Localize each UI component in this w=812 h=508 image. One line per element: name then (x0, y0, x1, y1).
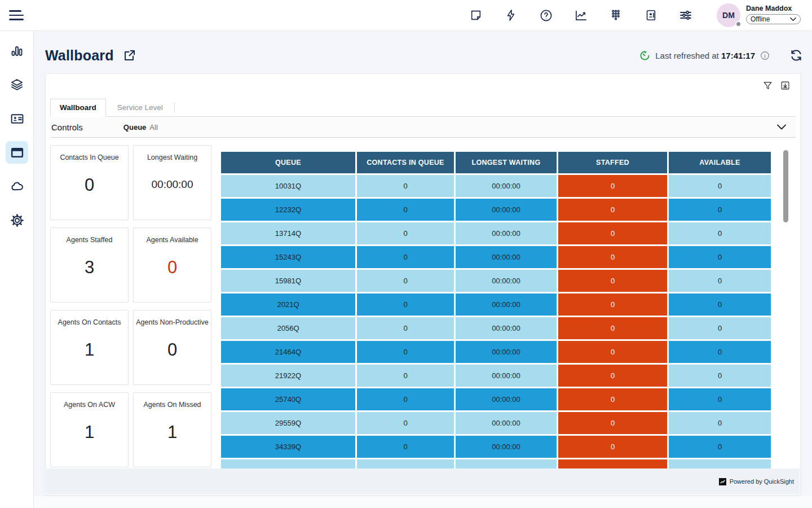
menu-icon[interactable] (9, 7, 25, 23)
tab-service-level[interactable]: Service Level (106, 99, 174, 116)
table-row: 12232Q000:00:0000 (221, 199, 771, 221)
line-chart-icon[interactable] (573, 8, 588, 23)
cell-contacts-in-queue: 0 (357, 222, 454, 244)
embed-footer: Powered by QuickSight (46, 468, 800, 494)
cell-longest-waiting: 00:00:00 (456, 412, 557, 434)
page-header: Wallboard Last refreshed at 17:41:17 (45, 42, 803, 68)
cell-queue: 2021Q (221, 294, 355, 316)
kpi-card: Agents Non-Productive0 (133, 310, 211, 385)
note-icon[interactable] (469, 8, 483, 23)
table-scrollbar-thumb[interactable] (783, 150, 788, 222)
table-row: 2056Q000:00:0000 (221, 317, 771, 339)
page-bottom-strip (34, 496, 812, 508)
cell-available: 0 (669, 412, 771, 434)
table-header-cell: CONTACTS IN QUEUE (357, 152, 454, 173)
table-row: 13714Q000:00:0000 (221, 222, 771, 244)
controls-label: Controls (51, 122, 83, 132)
lightning-icon[interactable] (504, 8, 518, 23)
main-area: Wallboard Last refreshed at 17:41:17 (34, 31, 812, 508)
cell-staffed: 0 (558, 317, 667, 339)
kpi-card-value: 3 (51, 257, 128, 278)
cell-queue: 25740Q (221, 388, 355, 410)
cell-contacts-in-queue: 0 (357, 341, 454, 363)
kpi-card-title: Agents On Contacts (51, 318, 128, 326)
top-bar: DM Dane Maddox Offline (0, 0, 812, 31)
powered-by-quicksight-link[interactable]: Powered by QuickSight (719, 478, 794, 485)
user-cluster: DM Dane Maddox Offline (717, 3, 801, 27)
cell-available: 0 (669, 388, 771, 410)
cell-available: 0 (669, 222, 771, 244)
download-icon[interactable] (780, 81, 790, 90)
help-icon[interactable] (539, 8, 553, 23)
table-header-cell: LONGEST WAITING (456, 152, 557, 173)
cell-available: 0 (669, 175, 771, 197)
cell-contacts-in-queue: 0 (357, 246, 454, 268)
cell-available (669, 459, 771, 469)
cell-staffed: 0 (558, 246, 667, 268)
cell-available: 0 (669, 199, 771, 221)
cell-available: 0 (669, 341, 771, 363)
queue-table: QUEUECONTACTS IN QUEUELONGEST WAITINGSTA… (221, 152, 771, 469)
cell-staffed (558, 459, 667, 469)
cell-staffed: 0 (558, 222, 667, 244)
window-icon (10, 146, 24, 160)
cell-queue: 12232Q (221, 199, 355, 221)
sliders-icon[interactable] (678, 8, 693, 23)
cell-staffed: 0 (558, 270, 667, 292)
kpi-card: Agents Available0 (133, 227, 211, 303)
external-link-icon[interactable] (123, 49, 136, 62)
avatar[interactable]: DM (717, 3, 740, 27)
kpi-card: Agents On ACW1 (50, 392, 129, 467)
cell-available: 0 (669, 270, 771, 292)
tab-wallboard[interactable]: Wallboard (50, 99, 106, 117)
sidebar-item-cloud[interactable] (6, 175, 28, 198)
dialpad-icon[interactable] (608, 8, 623, 23)
cell-staffed: 0 (558, 199, 667, 221)
controls-collapse-chevron-icon[interactable] (776, 122, 787, 133)
cell-queue: 21922Q (221, 365, 355, 387)
table-header-cell: AVAILABLE (669, 152, 771, 173)
cell-staffed: 0 (558, 341, 667, 363)
table-row: 21922Q000:00:0000 (221, 365, 771, 387)
chevron-down-icon (790, 17, 796, 21)
kpi-card-value: 1 (134, 422, 211, 443)
info-icon[interactable] (760, 51, 770, 60)
filter-icon[interactable] (763, 81, 773, 90)
cell-longest-waiting: 00:00:00 (456, 246, 557, 268)
controls-row: Controls Queue All (50, 117, 796, 138)
cell-queue: 15243Q (221, 246, 355, 268)
kpi-card: Agents Staffed3 (50, 227, 129, 303)
table-row: 15981Q000:00:0000 (221, 270, 771, 292)
table-row: 2021Q000:00:0000 (221, 294, 771, 316)
queue-filter[interactable]: Queue All (123, 123, 158, 132)
cell-queue: 29559Q (221, 412, 355, 434)
kpi-card: Contacts In Queue0 (50, 145, 129, 220)
kpi-grid: Contacts In Queue0Longest Waiting00:00:0… (50, 145, 211, 467)
gear-icon (10, 213, 24, 227)
sidebar-item-layers[interactable] (6, 73, 28, 96)
page-title: Wallboard (45, 47, 114, 64)
refresh-icon[interactable] (789, 49, 803, 62)
table-row: 34339Q000:00:0000 (221, 436, 771, 458)
sidebar-item-wallboard[interactable] (6, 141, 28, 164)
cell-available: 0 (669, 294, 771, 316)
tab-divider (174, 103, 175, 113)
table-row: 15243Q000:00:0000 (221, 246, 771, 268)
table-header-cell: STAFFED (558, 152, 667, 173)
kpi-card-value: 00:00:00 (134, 178, 211, 190)
directory-icon[interactable] (643, 8, 658, 23)
kpi-card-value: 1 (51, 422, 128, 443)
cell-staffed: 0 (558, 294, 667, 316)
last-refreshed-time: 17:41:17 (721, 51, 755, 60)
table-header-row: QUEUECONTACTS IN QUEUELONGEST WAITINGSTA… (221, 152, 771, 173)
sidebar-item-metrics[interactable] (6, 40, 28, 62)
cell-contacts-in-queue (357, 459, 454, 469)
status-select[interactable]: Offline (746, 14, 801, 24)
cell-contacts-in-queue: 0 (357, 412, 454, 434)
kpi-card-title: Agents Available (134, 236, 211, 244)
sidebar-item-settings[interactable] (6, 209, 28, 231)
cell-available: 0 (669, 246, 771, 268)
kpi-card-title: Agents On ACW (51, 401, 128, 409)
status-select-value: Offline (751, 15, 770, 23)
sidebar-item-contacts[interactable] (6, 107, 28, 130)
